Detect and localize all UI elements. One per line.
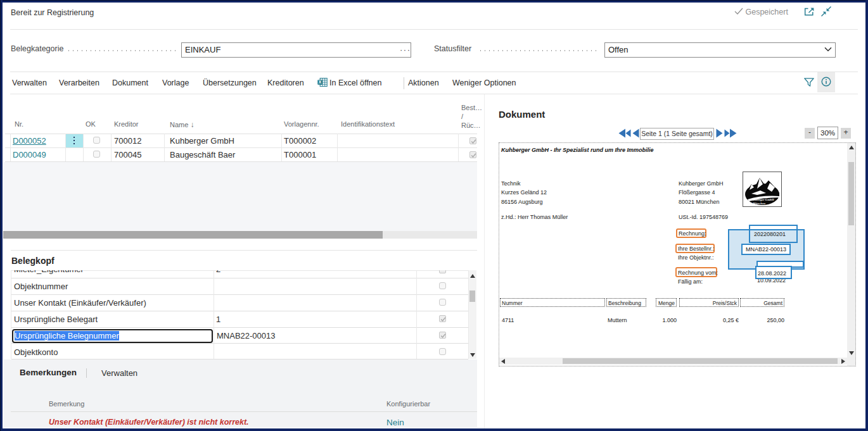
svg-text:Kuhberger GmbH: Kuhberger GmbH: [750, 198, 774, 201]
svg-text:München: München: [752, 202, 765, 205]
svg-text:X: X: [319, 80, 322, 84]
